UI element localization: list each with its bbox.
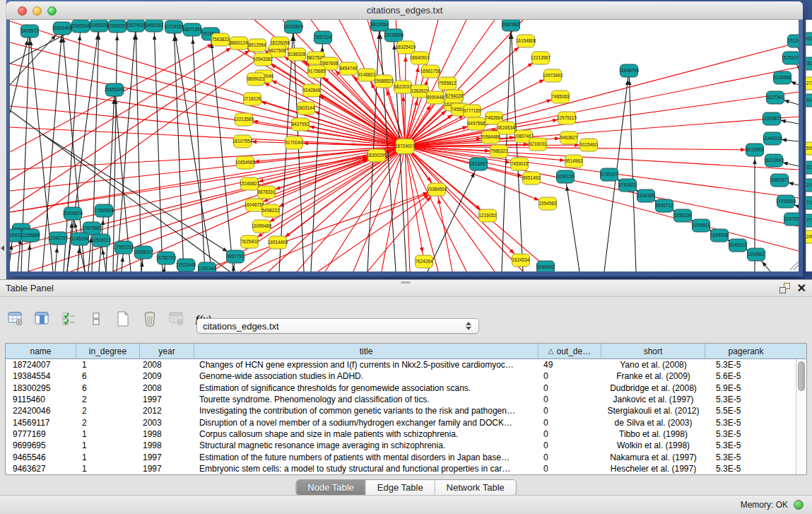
zoom-window-button[interactable] <box>47 6 57 16</box>
table-cell[interactable]: Corpus callosum shape and size in male p… <box>194 429 539 439</box>
delete-trash-icon[interactable] <box>141 310 158 327</box>
table-cell[interactable]: 9463627 <box>6 464 76 474</box>
table-cell[interactable]: 0 <box>539 371 601 381</box>
table-row[interactable]: 946554611997Estimation of the future num… <box>6 451 806 462</box>
table-cell[interactable]: 2003 <box>140 418 194 428</box>
table-cell[interactable]: Stergiakouli et al. (2012) <box>601 406 705 416</box>
table-cell[interactable]: 1 <box>76 440 140 450</box>
import-table-icon-disabled[interactable] <box>168 310 185 327</box>
table-cell[interactable]: 5.5E-5 <box>705 406 787 416</box>
tab-node-table[interactable]: Node Table <box>296 480 366 495</box>
column-header-title[interactable]: title <box>194 344 539 358</box>
table-cell[interactable]: 19384554 <box>6 371 76 381</box>
table-cell[interactable]: 9777169 <box>6 429 76 439</box>
table-row[interactable]: 1938455462009Genome-wide association stu… <box>6 370 806 382</box>
table-cell[interactable]: 0 <box>539 429 601 439</box>
table-row[interactable]: 946362711997Embryonic stem cells: a mode… <box>6 463 806 474</box>
table-cell[interactable]: 2 <box>76 395 140 404</box>
table-cell[interactable]: Structural magnetic resonance image aver… <box>194 440 539 450</box>
close-window-button[interactable] <box>18 6 27 16</box>
column-header-in_degree[interactable]: in_degree <box>76 344 140 358</box>
column-header-short[interactable]: short <box>601 344 705 358</box>
table-cell[interactable]: Nakamura et al. (1997) <box>601 452 705 462</box>
splitter-grip[interactable] <box>401 281 411 284</box>
table-cell[interactable]: Yano et al. (2008) <box>601 360 705 370</box>
network-view-window[interactable]: citations_edges.txt <box>6 1 803 276</box>
table-cell[interactable]: 6 <box>76 371 140 381</box>
table-cell[interactable]: 1 <box>76 429 140 439</box>
create-table-icon[interactable] <box>114 310 131 327</box>
table-cell[interactable]: 1 <box>76 360 140 370</box>
table-cell[interactable]: Jankovic et al. (1997) <box>601 395 705 404</box>
table-cell[interactable]: de Silva et al. (2003) <box>601 418 705 428</box>
table-cell[interactable]: 2 <box>76 406 140 416</box>
show-columns-icon[interactable] <box>34 310 51 327</box>
column-header-name[interactable]: name <box>6 344 76 358</box>
table-settings-icon[interactable] <box>7 310 24 327</box>
table-cell[interactable]: Hescheler et al. (1997) <box>601 464 705 474</box>
table-cell[interactable]: 5.3E-5 <box>705 395 787 404</box>
table-cell[interactable]: 0 <box>539 383 601 393</box>
table-cell[interactable]: 18724007 <box>6 360 76 370</box>
table-cell[interactable]: 5.3E-5 <box>705 418 787 428</box>
table-cell[interactable]: 0 <box>539 418 601 428</box>
table-cell[interactable]: 0 <box>539 440 601 450</box>
table-cell[interactable]: Changes of HCN gene expression and I(f) … <box>194 360 539 370</box>
table-row[interactable]: 969969511998Structural magnetic resonanc… <box>6 440 806 451</box>
row-options-icon[interactable] <box>88 310 105 327</box>
table-row[interactable]: 1830029562008Estimation of significance … <box>6 382 806 394</box>
table-cell[interactable]: 1 <box>76 464 140 474</box>
table-cell[interactable]: 1997 <box>140 464 194 474</box>
table-cell[interactable]: 1 <box>76 452 140 462</box>
table-cell[interactable]: 49 <box>539 360 601 370</box>
table-cell[interactable]: 0 <box>539 464 601 474</box>
column-header-out_de[interactable]: △out_de… <box>539 344 601 358</box>
table-cell[interactable]: 1997 <box>140 452 194 462</box>
table-row[interactable]: 2242004622012Investigating the contribut… <box>6 405 806 416</box>
table-cell[interactable]: 5.3E-5 <box>705 464 787 474</box>
table-cell[interactable]: 9699695 <box>6 440 76 450</box>
table-cell[interactable]: 2 <box>76 418 140 428</box>
table-cell[interactable]: Estimation of significance thresholds fo… <box>194 383 539 393</box>
table-cell[interactable]: 9115460 <box>6 395 76 404</box>
table-cell[interactable]: 2012 <box>140 406 194 416</box>
table-cell[interactable]: Tourette syndrome. Phenomenology and cla… <box>194 395 539 404</box>
float-window-icon[interactable] <box>779 283 790 293</box>
table-cell[interactable]: Disruption of a novel member of a sodium… <box>194 418 539 428</box>
table-cell[interactable]: 2008 <box>140 360 194 370</box>
table-selector-dropdown[interactable]: citations_edges.txt <box>196 318 479 334</box>
table-cell[interactable]: Genome-wide association studies in ADHD. <box>194 371 539 381</box>
table-cell[interactable]: 5.3E-5 <box>705 440 787 450</box>
table-cell[interactable]: 1997 <box>140 395 194 404</box>
table-cell[interactable]: 5.9E-5 <box>705 383 787 393</box>
table-cell[interactable]: 14569117 <box>6 418 76 428</box>
table-cell[interactable]: 0 <box>539 395 601 404</box>
table-cell[interactable]: Dudbridge et al. (2008) <box>601 383 705 393</box>
scrollbar-thumb[interactable] <box>798 361 805 391</box>
table-cell[interactable]: 0 <box>539 406 601 416</box>
table-cell[interactable]: 1998 <box>140 440 194 450</box>
tab-edge-table[interactable]: Edge Table <box>366 480 435 495</box>
close-icon[interactable]: ✕ <box>797 284 806 293</box>
table-scrollbar[interactable] <box>796 359 806 474</box>
table-cell[interactable]: 5.6E-5 <box>705 371 787 381</box>
table-cell[interactable]: 2008 <box>140 383 194 393</box>
table-cell[interactable]: Embryonic stem cells: a model to study s… <box>194 464 539 474</box>
select-columns-icon[interactable] <box>61 310 78 327</box>
table-cell[interactable]: 5.3E-5 <box>705 429 787 439</box>
table-cell[interactable]: 5.3E-5 <box>705 452 787 462</box>
table-cell[interactable]: 1998 <box>140 429 194 439</box>
table-row[interactable]: 1456911722003Disruption of a novel membe… <box>6 416 806 428</box>
table-row[interactable]: 1872400712008Changes of HCN gene express… <box>6 359 806 370</box>
table-cell[interactable]: Estimation of the future numbers of pati… <box>194 452 539 462</box>
table-cell[interactable]: 18300295 <box>6 383 76 393</box>
tab-network-table[interactable]: Network Table <box>435 480 516 495</box>
minimize-window-button[interactable] <box>33 6 42 16</box>
table-cell[interactable]: Tibbo et al. (1998) <box>601 429 705 439</box>
column-header-year[interactable]: year <box>140 344 194 358</box>
table-cell[interactable]: 22420046 <box>6 406 76 416</box>
left-panel-edge[interactable] <box>0 0 6 279</box>
table-cell[interactable]: Wolkin et al. (1998) <box>601 440 705 450</box>
table-cell[interactable]: 2009 <box>140 371 194 381</box>
table-cell[interactable]: Investigating the contribution of common… <box>194 406 539 416</box>
